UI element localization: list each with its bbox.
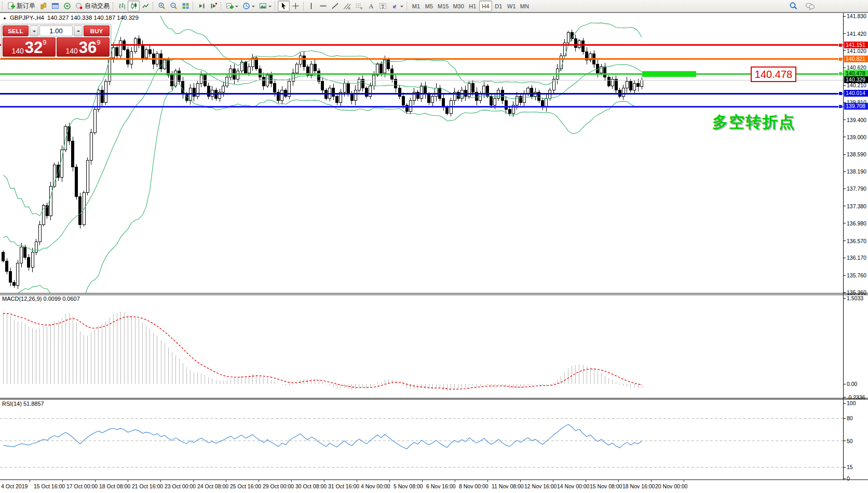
trendline-button[interactable] [329, 1, 341, 11]
line-chart-button[interactable] [140, 1, 152, 11]
timeframe-toolbar: M1M5M15M30H1H4D1W1MN [410, 1, 531, 11]
mt4-terminal: { "toolbar": { "new_order_label": "新订单",… [0, 0, 868, 493]
chart-canvas[interactable] [0, 13, 868, 493]
cursor-icon [280, 2, 288, 10]
horizontal-line-button[interactable] [317, 1, 329, 11]
volume-input[interactable] [39, 25, 73, 36]
toolbar: 新订单 自动交易 [0, 0, 868, 12]
navigator-button[interactable] [61, 1, 73, 11]
auto-trading-button[interactable]: 自动交易 [73, 1, 112, 11]
label-button[interactable]: T [377, 1, 389, 11]
chart-shift-icon [210, 2, 218, 10]
bar-chart-icon [118, 2, 126, 10]
crosshair-button[interactable] [290, 1, 302, 11]
sell-price-box[interactable]: 140 32 9 [3, 37, 56, 57]
new-order-button[interactable]: 新订单 [5, 1, 37, 11]
market-watch-icon [39, 2, 47, 10]
volume-decrease-button[interactable] [30, 25, 38, 36]
zoom-in-icon [158, 2, 166, 10]
triangle-up-icon [77, 29, 80, 32]
auto-scroll-icon [198, 2, 206, 10]
dropdown-arrow-icon [268, 6, 272, 9]
toolbar-grip [113, 2, 115, 10]
data-window-icon [51, 2, 59, 10]
timeframe-D1[interactable]: D1 [492, 1, 505, 11]
buy-price-box[interactable]: 140 36 9 [57, 37, 110, 57]
sell-button[interactable]: SELL [3, 25, 29, 36]
buy-price-sup: 9 [97, 39, 100, 46]
data-window-button[interactable] [49, 1, 61, 11]
timeframe-M30[interactable]: M30 [451, 1, 466, 11]
new-order-icon [7, 2, 15, 10]
vertical-line-button[interactable] [305, 1, 317, 11]
timeframe-H1[interactable]: H1 [466, 1, 479, 11]
tile-windows-icon [182, 2, 189, 10]
dropdown-arrow-icon [400, 6, 403, 9]
text-label-icon: T [379, 2, 387, 10]
timeframe-H4[interactable]: H4 [479, 1, 492, 11]
channel-icon: E [343, 2, 351, 10]
chart-shift-button[interactable] [208, 1, 220, 11]
search-icon [789, 2, 798, 10]
one-click-trading-panel: SELL BUY 140 32 9 140 36 9 [1, 24, 111, 58]
text-button[interactable]: A [365, 1, 377, 11]
volume-increase-button[interactable] [74, 25, 83, 36]
dropdown-arrow-icon [252, 6, 255, 9]
text-a-icon: A [367, 2, 375, 10]
auto-scroll-button[interactable] [196, 1, 208, 11]
periods-button[interactable] [240, 1, 257, 11]
timeframe-M15[interactable]: M15 [436, 1, 451, 11]
buy-button[interactable]: BUY [84, 25, 110, 36]
toolbar-grip [2, 2, 4, 10]
auto-trading-label: 自动交易 [85, 2, 110, 10]
tile-windows-button[interactable] [180, 1, 192, 11]
buy-price-big: 36 [79, 41, 97, 55]
svg-text:E: E [348, 7, 350, 10]
dropdown-arrow-icon [235, 6, 238, 9]
chart-area: ▲ GBPJPY-,H4 140.327 140.338 140.187 140… [0, 12, 868, 493]
svg-text:A: A [369, 3, 374, 10]
toolbar-grip [275, 2, 277, 10]
svg-text:T: T [382, 4, 385, 9]
template-icon [259, 2, 267, 10]
fibonacci-button[interactable]: F [353, 1, 365, 11]
sell-price-prefix: 140 [11, 47, 23, 55]
buy-price-prefix: 140 [65, 47, 77, 55]
zoom-in-button[interactable] [156, 1, 168, 11]
fibonacci-icon: F [355, 2, 363, 10]
indicators-button[interactable] [224, 1, 240, 11]
chat-icon [805, 2, 815, 10]
vertical-line-icon [307, 2, 315, 10]
crosshair-icon [292, 2, 300, 10]
candlestick-icon [130, 2, 138, 10]
toolbar-grip [193, 2, 195, 10]
auto-trading-icon [75, 2, 83, 10]
zoom-out-icon [170, 2, 178, 10]
timeframe-W1[interactable]: W1 [505, 1, 518, 11]
clock-icon [242, 2, 250, 10]
trendline-icon [331, 2, 339, 10]
bar-chart-button[interactable] [116, 1, 128, 11]
toolbar-grip [153, 2, 155, 10]
chat-button[interactable] [803, 1, 817, 11]
search-button[interactable] [787, 1, 800, 11]
channel-button[interactable]: E [341, 1, 353, 11]
toolbar-grip [221, 2, 223, 10]
candlestick-button[interactable] [128, 1, 140, 11]
templates-button[interactable] [257, 1, 274, 11]
line-chart-icon [142, 2, 150, 10]
market-watch-button[interactable] [37, 1, 49, 11]
toolbar-separator [303, 2, 304, 11]
timeframe-MN[interactable]: MN [518, 1, 531, 11]
arrows-button[interactable] [389, 1, 405, 11]
zoom-out-button[interactable] [168, 1, 180, 11]
indicators-add-icon [226, 2, 234, 10]
cursor-button[interactable] [278, 1, 290, 11]
navigator-icon [63, 2, 71, 10]
timeframe-M1[interactable]: M1 [410, 1, 423, 11]
svg-text:F: F [361, 7, 363, 10]
arrows-icon [391, 2, 399, 10]
toolbar-grip [406, 2, 409, 10]
triangle-down-icon [33, 31, 36, 34]
timeframe-M5[interactable]: M5 [423, 1, 436, 11]
